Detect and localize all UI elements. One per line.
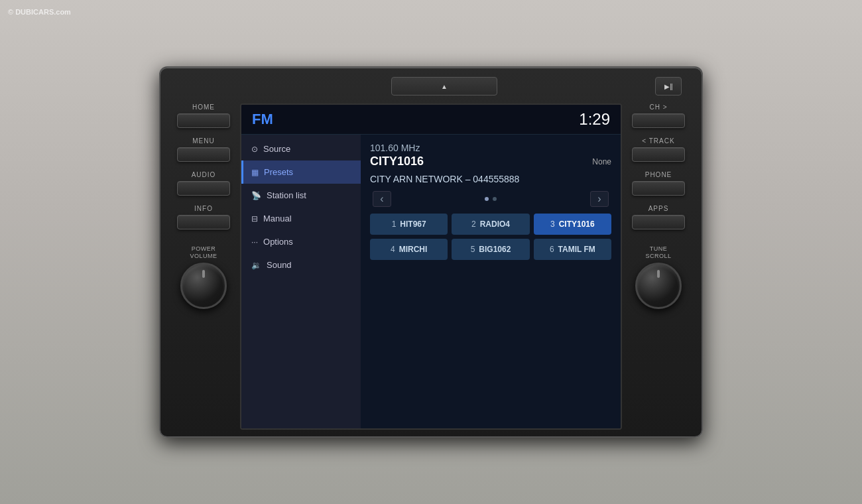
- menu-btn-group: MENU: [177, 137, 230, 162]
- preset-4-name: MIRCHI: [399, 245, 428, 254]
- screen-content: ⊙ Source ▦ Presets 📡 Station list ⊟: [241, 135, 621, 428]
- ch-label: CH >: [649, 103, 667, 111]
- preset-2-num: 2: [471, 220, 476, 229]
- preset-6-name: TAMIL FM: [558, 245, 595, 254]
- tune-knob[interactable]: [635, 263, 682, 309]
- dot-2: [493, 197, 497, 201]
- tune-knob-label: TUNESCROLL: [645, 245, 671, 260]
- station-name: CITY1016: [370, 155, 424, 168]
- info-btn-group: INFO: [177, 205, 230, 229]
- preset-grid: 1 HIT967 2 RADIO4 3 CITY1016: [370, 214, 611, 260]
- volume-knob-label: POWERVOLUME: [190, 245, 217, 260]
- top-slot-row: ▲ ▶‖: [167, 74, 695, 98]
- home-label: HOME: [192, 103, 215, 111]
- options-label: Options: [263, 237, 293, 247]
- preset-3-num: 3: [550, 220, 555, 229]
- preset-1-num: 1: [392, 220, 397, 229]
- volume-knob-area: POWERVOLUME: [180, 245, 227, 309]
- preset-6[interactable]: 6 TAMIL FM: [534, 239, 611, 260]
- menu-label: MENU: [192, 137, 214, 145]
- prev-arrow[interactable]: ‹: [373, 191, 391, 207]
- menu-panel: ⊙ Source ▦ Presets 📡 Station list ⊟: [241, 135, 361, 428]
- preset-2-name: RADIO4: [480, 220, 510, 229]
- content-panel: 101.60 MHz CITY1016 None CITY ARN NETWOR…: [361, 135, 621, 428]
- navigation-row: ‹ ›: [370, 191, 611, 207]
- menu-button[interactable]: [177, 147, 230, 162]
- info-button[interactable]: [177, 215, 230, 229]
- audio-btn-group: AUDIO: [177, 171, 230, 196]
- menu-item-options[interactable]: ··· Options: [241, 230, 361, 253]
- left-buttons: HOME MENU AUDIO INFO POWERVOLUME: [167, 103, 240, 430]
- source-label: Source: [263, 144, 290, 154]
- right-buttons: CH > < TRACK PHONE APPS TUNESCROLL: [622, 103, 695, 430]
- apps-btn-group: APPS: [632, 205, 685, 229]
- ch-button[interactable]: [632, 113, 685, 128]
- station-list-label: Station list: [267, 190, 306, 200]
- presets-icon: ▦: [251, 168, 259, 177]
- volume-knob[interactable]: [180, 263, 227, 309]
- audio-button[interactable]: [177, 181, 230, 196]
- tune-knob-area: TUNESCROLL: [635, 245, 682, 309]
- info-label: INFO: [194, 205, 213, 212]
- menu-item-presets[interactable]: ▦ Presets: [241, 160, 361, 184]
- preset-2[interactable]: 2 RADIO4: [452, 214, 529, 235]
- preset-4[interactable]: 4 MIRCHI: [370, 239, 448, 260]
- track-button[interactable]: [632, 147, 685, 162]
- preset-5-num: 5: [471, 245, 475, 254]
- clock-display: 1:29: [579, 110, 610, 129]
- preset-5[interactable]: 5 BIG1062: [452, 239, 529, 260]
- preset-1-name: HIT967: [400, 220, 426, 229]
- next-arrow[interactable]: ›: [590, 191, 609, 207]
- station-tag: None: [592, 157, 611, 166]
- dot-1: [485, 197, 489, 201]
- main-area: HOME MENU AUDIO INFO POWERVOLUME: [167, 103, 695, 430]
- manual-label: Manual: [263, 214, 292, 223]
- preset-3-name: CITY1016: [559, 220, 595, 229]
- station-info: CITY ARN NETWORK – 044555888: [370, 174, 611, 184]
- preset-1[interactable]: 1 HIT967: [370, 214, 448, 235]
- menu-item-manual[interactable]: ⊟ Manual: [241, 207, 361, 230]
- preset-6-num: 6: [550, 245, 554, 254]
- eject-button[interactable]: ▲: [391, 77, 497, 95]
- apps-button[interactable]: [632, 215, 685, 229]
- phone-btn-group: PHONE: [632, 171, 685, 196]
- screen: FM 1:29 ⊙ Source ▦ Presets: [240, 103, 622, 430]
- sound-label: Sound: [267, 260, 292, 270]
- presets-label: Presets: [264, 167, 293, 177]
- track-label: < TRACK: [642, 137, 674, 145]
- audio-label: AUDIO: [192, 171, 216, 178]
- apps-label: APPS: [648, 205, 669, 212]
- sound-icon: 🔉: [251, 261, 261, 270]
- phone-button[interactable]: [632, 181, 685, 196]
- screen-header: FM 1:29: [241, 105, 621, 135]
- preset-5-name: BIG1062: [479, 245, 511, 254]
- track-btn-group: < TRACK: [632, 137, 685, 162]
- home-button[interactable]: [177, 113, 230, 128]
- frequency-display: 101.60 MHz: [370, 143, 611, 153]
- play-pause-button[interactable]: ▶‖: [655, 77, 682, 95]
- home-btn-group: HOME: [177, 103, 230, 128]
- menu-item-source[interactable]: ⊙ Source: [241, 137, 361, 160]
- source-icon: ⊙: [251, 145, 258, 154]
- preset-3[interactable]: 3 CITY1016: [534, 214, 611, 235]
- car-dashboard: © DUBICARS.com ▲ ▶‖ HOME MENU AUDIO: [0, 0, 862, 504]
- radio-mode: FM: [252, 111, 273, 128]
- station-list-icon: 📡: [251, 191, 261, 200]
- manual-icon: ⊟: [251, 214, 258, 223]
- page-dots: [485, 197, 497, 201]
- phone-label: PHONE: [645, 171, 672, 178]
- head-unit: ▲ ▶‖ HOME MENU AUDIO INFO: [159, 66, 703, 438]
- menu-item-sound[interactable]: 🔉 Sound: [241, 253, 361, 277]
- watermark: © DUBICARS.com: [8, 8, 71, 16]
- ch-btn-group: CH >: [632, 103, 685, 128]
- station-name-row: CITY1016 None: [370, 155, 611, 168]
- options-icon: ···: [251, 237, 258, 247]
- menu-item-station-list[interactable]: 📡 Station list: [241, 184, 361, 207]
- preset-4-num: 4: [391, 245, 395, 254]
